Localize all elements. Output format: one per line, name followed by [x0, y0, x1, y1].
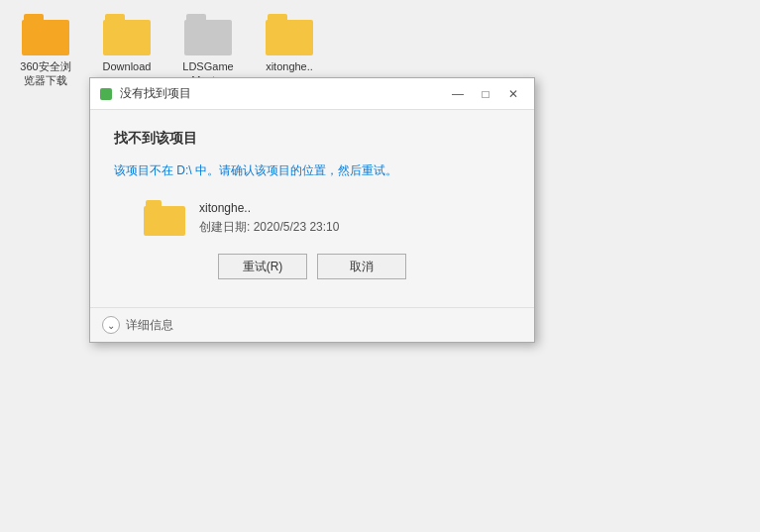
dialog-description: 该项目不在 D:\ 中。请确认该项目的位置，然后重试。: [114, 161, 510, 180]
dialog-controls: — □ ✕: [445, 84, 526, 104]
dialog-item-row: xitonghe.. 创建日期: 2020/5/23 23:10: [114, 200, 510, 236]
dialog-buttons: 重试(R) 取消: [114, 254, 510, 279]
retry-button[interactable]: 重试(R): [218, 254, 307, 279]
dialog-footer: ⌄ 详细信息: [90, 307, 534, 342]
dialog-item-info: xitonghe.. 创建日期: 2020/5/23 23:10: [199, 201, 339, 236]
dialog-item-name: xitonghe..: [199, 201, 339, 215]
expand-icon[interactable]: ⌄: [102, 316, 120, 334]
close-button[interactable]: ✕: [500, 84, 526, 104]
maximize-button[interactable]: □: [473, 84, 498, 104]
dialog-title: 没有找到项目: [120, 85, 445, 102]
dialog-titlebar: 没有找到项目 — □ ✕: [90, 78, 534, 110]
dialog-body: 找不到该项目 该项目不在 D:\ 中。请确认该项目的位置，然后重试。 xiton…: [90, 110, 534, 307]
dialog-main-heading: 找不到该项目: [114, 130, 510, 148]
cancel-button[interactable]: 取消: [317, 254, 406, 279]
dialog-titlebar-icon: [98, 86, 114, 102]
minimize-button[interactable]: —: [445, 84, 471, 104]
desktop: 360安全浏 览器下载 Download LDSGame Master: [0, 0, 760, 532]
dialog-item-folder-icon: [144, 200, 185, 236]
dialog-item-date: 创建日期: 2020/5/23 23:10: [199, 219, 339, 236]
dialog-window: 没有找到项目 — □ ✕ 找不到该项目 该项目不在 D:\ 中。请确认该项目的位…: [89, 77, 535, 343]
dialog-footer-label: 详细信息: [126, 317, 173, 334]
dialog-overlay: 没有找到项目 — □ ✕ 找不到该项目 该项目不在 D:\ 中。请确认该项目的位…: [0, 0, 760, 532]
